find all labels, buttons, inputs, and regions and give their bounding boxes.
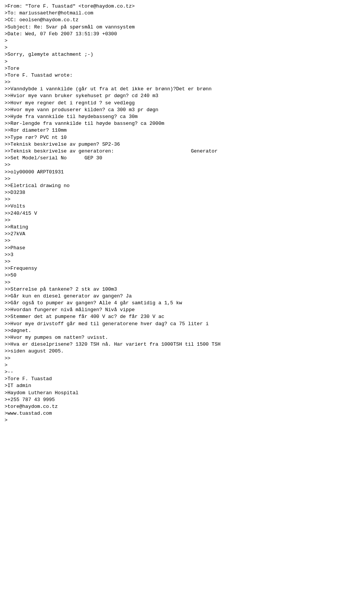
email-body: >From: "Tore F. Tuastad" <tore@haydom.co… <box>5 3 359 424</box>
